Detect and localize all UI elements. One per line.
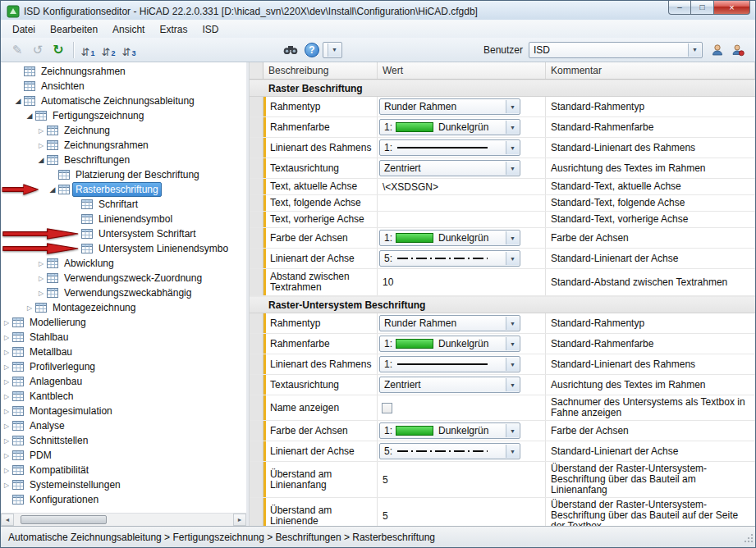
help-icon[interactable]: ? xyxy=(305,43,319,57)
tree-item-schnittstellen[interactable]: ▷Schnittstellen xyxy=(1,433,246,448)
tree-horizontal-scrollbar[interactable]: ◄ ► xyxy=(1,513,246,526)
menu-datei[interactable]: Datei xyxy=(5,21,43,38)
chevron-down-icon[interactable]: ▼ xyxy=(506,378,519,391)
textausrichtung-dropdown[interactable]: Zentriert▼ xyxy=(379,377,520,393)
expand-level-2-button[interactable]: ⇵ 2 xyxy=(99,40,118,60)
minimize-button[interactable]: – xyxy=(668,1,691,15)
tree-item-untersystem-schriftart[interactable]: Untersystem Schriftart xyxy=(1,226,246,241)
tree-item-stahlbau[interactable]: ▷Stahlbau xyxy=(1,330,246,345)
tree-item-kompatibilit-t[interactable]: ▷Kompatibilität xyxy=(1,463,246,477)
search-binoculars-icon[interactable] xyxy=(281,40,300,60)
undo-rotate-icon[interactable]: ↺ xyxy=(28,40,48,60)
maximize-button[interactable]: □ xyxy=(691,1,714,15)
tree-item-linienendsymbol[interactable]: Linienendsymbol xyxy=(1,212,246,226)
tree-item-schriftart[interactable]: Schriftart xyxy=(1,197,246,212)
tree-item-zeichnungsrahmen[interactable]: ▷Zeichnungsrahmen xyxy=(1,138,246,153)
value-text-field[interactable]: 10 xyxy=(379,276,393,288)
tree-item-verwendungszweck-zuordnung[interactable]: ▷Verwendungszweck-Zuordnung xyxy=(1,271,246,285)
expand-arrow-icon[interactable]: ▷ xyxy=(35,275,47,282)
close-button[interactable]: × xyxy=(714,1,750,15)
expand-arrow-icon[interactable]: ▷ xyxy=(35,290,47,297)
linienart-der-achse-dropdown[interactable]: 5:▼ xyxy=(379,443,520,459)
scrollbar-track[interactable] xyxy=(14,514,233,526)
tree-item-analyse[interactable]: ▷Analyse xyxy=(1,418,246,433)
tree-item-metallbau[interactable]: ▷Metallbau xyxy=(1,345,246,359)
tree-item-kantblech[interactable]: ▷Kantblech xyxy=(1,389,246,404)
farbe-der-achsen-dropdown[interactable]: 1:Dunkelgrün▼ xyxy=(379,230,520,246)
expand-arrow-icon[interactable]: ▷ xyxy=(1,422,12,430)
tree-item-zeichnungsrahmen[interactable]: Zeichnungsrahmen xyxy=(1,64,246,79)
expand-arrow-icon[interactable]: ▷ xyxy=(1,452,12,459)
column-header-beschreibung[interactable]: Beschreibung xyxy=(263,62,378,79)
collapse-arrow-icon[interactable]: ◢ xyxy=(12,97,24,105)
refresh-icon[interactable]: ↻ xyxy=(48,40,68,60)
collapse-arrow-icon[interactable]: ◢ xyxy=(47,185,58,194)
expand-arrow-icon[interactable]: ▷ xyxy=(24,304,35,312)
group-header-raster-beschriftung[interactable]: Raster Beschriftung xyxy=(250,80,755,97)
chevron-down-icon[interactable]: ▼ xyxy=(506,358,519,371)
expand-arrow-icon[interactable]: ▷ xyxy=(1,334,12,341)
tree-item-anlagenbau[interactable]: ▷Anlagenbau xyxy=(1,374,246,389)
menu-bearbeiten[interactable]: Bearbeiten xyxy=(43,21,105,38)
collapse-arrow-icon[interactable]: ◢ xyxy=(35,156,47,164)
rahmentyp-dropdown[interactable]: Runder Rahmen▼ xyxy=(379,98,520,115)
rahmentyp-dropdown[interactable]: Runder Rahmen▼ xyxy=(379,315,520,331)
tree-item-rasterbeschriftung[interactable]: ◢Rasterbeschriftung xyxy=(1,182,246,197)
expand-arrow-icon[interactable]: ▷ xyxy=(1,482,12,489)
linienart-der-achse-dropdown[interactable]: 5:▼ xyxy=(379,250,520,267)
chevron-down-icon[interactable]: ▼ xyxy=(506,141,519,154)
rahmenfarbe-dropdown[interactable]: 1:Dunkelgrün▼ xyxy=(379,119,520,135)
tree-item-automatische-zeichnungsableitung[interactable]: ◢Automatische Zeichnungsableitung xyxy=(1,94,246,108)
scroll-left-button[interactable]: ◄ xyxy=(1,514,14,526)
expand-arrow-icon[interactable]: ▷ xyxy=(1,319,12,327)
value-text-field[interactable]: \<XSDSGN> xyxy=(379,181,438,193)
chevron-down-icon[interactable]: ▼ xyxy=(506,162,519,175)
tree-item-verwendungszweckabh-ngig[interactable]: ▷Verwendungszweckabhängig xyxy=(1,285,246,300)
tree-item-zeichnung[interactable]: ▷Zeichnung xyxy=(1,123,246,138)
expand-arrow-icon[interactable]: ▷ xyxy=(1,408,12,415)
tree-item-montagezeichnung[interactable]: ▷Montagezeichnung xyxy=(1,300,246,315)
user-switch-icon[interactable] xyxy=(728,40,748,60)
expand-arrow-icon[interactable]: ▷ xyxy=(1,378,12,386)
chevron-down-icon[interactable]: ▼ xyxy=(506,337,519,350)
expand-arrow-icon[interactable]: ▷ xyxy=(1,363,12,371)
chevron-down-icon[interactable]: ▼ xyxy=(506,445,519,458)
value-text-field[interactable]: 5 xyxy=(379,510,388,522)
help-dropdown[interactable]: ▼ xyxy=(323,42,342,58)
user-dropdown[interactable]: ISD ▼ xyxy=(529,42,703,58)
expand-level-3-button[interactable]: ⇵ 3 xyxy=(119,40,139,60)
farbe-der-achsen-dropdown[interactable]: 1:Dunkelgrün▼ xyxy=(379,422,520,439)
chevron-down-icon[interactable]: ▼ xyxy=(506,424,519,437)
tree-item-profilverlegung[interactable]: ▷Profilverlegung xyxy=(1,359,246,374)
chevron-down-icon[interactable]: ▼ xyxy=(506,252,519,265)
menu-ansicht[interactable]: Ansicht xyxy=(105,21,152,38)
chevron-down-icon[interactable]: ▼ xyxy=(506,121,519,134)
chevron-down-icon[interactable]: ▼ xyxy=(506,317,519,330)
collapse-arrow-icon[interactable]: ◢ xyxy=(24,112,35,120)
chevron-down-icon[interactable]: ▼ xyxy=(328,43,341,57)
menu-extras[interactable]: Extras xyxy=(152,21,195,38)
expand-arrow-icon[interactable]: ▷ xyxy=(35,260,47,267)
expand-arrow-icon[interactable]: ▷ xyxy=(35,127,47,135)
tree-item-pdm[interactable]: ▷PDM xyxy=(1,448,246,463)
rahmenfarbe-dropdown[interactable]: 1:Dunkelgrün▼ xyxy=(379,336,520,352)
chevron-down-icon[interactable]: ▼ xyxy=(688,43,701,57)
linienart-des-rahmens-dropdown[interactable]: 1:▼ xyxy=(379,356,520,372)
value-text-field[interactable]: 5 xyxy=(379,474,388,486)
scrollbar-thumb[interactable] xyxy=(21,515,107,524)
expand-arrow-icon[interactable]: ▷ xyxy=(1,437,12,445)
tree-item-fertigungszeichnung[interactable]: ◢Fertigungszeichnung xyxy=(1,108,246,123)
tree-item-abwicklung[interactable]: ▷Abwicklung xyxy=(1,256,246,271)
tree-item-modellierung[interactable]: ▷Modellierung xyxy=(1,315,246,330)
name-anzeigen-checkbox[interactable] xyxy=(382,403,392,413)
expand-arrow-icon[interactable]: ▷ xyxy=(35,142,47,149)
column-header-wert[interactable]: Wert xyxy=(378,62,546,79)
expand-arrow-icon[interactable]: ▷ xyxy=(1,467,12,474)
expand-level-1-button[interactable]: ⇵ 1 xyxy=(78,40,98,60)
tree-item-beschriftungen[interactable]: ◢Beschriftungen xyxy=(1,153,246,167)
linienart-des-rahmens-dropdown[interactable]: 1:▼ xyxy=(379,139,520,156)
expand-arrow-icon[interactable]: ▷ xyxy=(1,349,12,356)
tree-item-untersystem-linienendsymbo[interactable]: Untersystem Linienendsymbo xyxy=(1,241,246,256)
textausrichtung-dropdown[interactable]: Zentriert▼ xyxy=(379,160,520,176)
group-header-raster-untersystem-beschriftung[interactable]: Raster-Untersystem Beschriftung xyxy=(250,296,755,313)
